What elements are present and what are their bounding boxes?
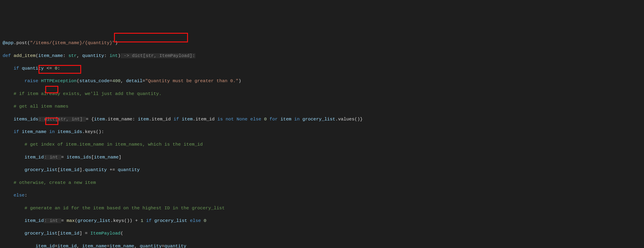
inline-type-hint[interactable]: : dict[str, int]	[38, 117, 86, 122]
inline-type-hint[interactable]: : int	[44, 218, 61, 223]
code-line: def add_item(item_name: str, quantity: i…	[2, 53, 642, 59]
code-line: grocery_list[item_id].quantity += quanti…	[2, 167, 642, 173]
code-line: item_id: int = items_ids[item_name]	[2, 154, 642, 160]
code-line: # otherwise, create a new item	[2, 180, 642, 186]
code-line: items_ids: dict[str, int] = {item.item_n…	[2, 116, 642, 122]
code-line: item_id: int = max(grocery_list.keys()) …	[2, 218, 642, 224]
code-line: # get all item names	[2, 103, 642, 110]
code-line: else:	[2, 192, 642, 199]
code-editor[interactable]: @app.post("/items/{item_name}/{quantity}…	[2, 27, 642, 248]
inline-type-hint[interactable]: : int	[44, 155, 61, 160]
code-line: if quantity <= 0:	[2, 65, 642, 71]
code-line: @app.post("/items/{item_name}/{quantity}…	[2, 40, 642, 46]
code-line: raise HTTPException(status_code=400, det…	[2, 78, 642, 84]
code-line: # generate an id for the item based on t…	[2, 205, 642, 211]
inline-type-hint[interactable]: -> dict[str, ItemPayload]:	[120, 53, 196, 58]
code-line: # get index of item.item_name in item_na…	[2, 141, 642, 148]
code-line: item_id=item_id, item_name=item_name, qu…	[2, 243, 642, 248]
code-line: grocery_list[item_id] = ItemPayload(	[2, 230, 642, 237]
code-line: # if item already exists, we'll just add…	[2, 91, 642, 97]
code-line: if item_name in items_ids.keys():	[2, 129, 642, 135]
